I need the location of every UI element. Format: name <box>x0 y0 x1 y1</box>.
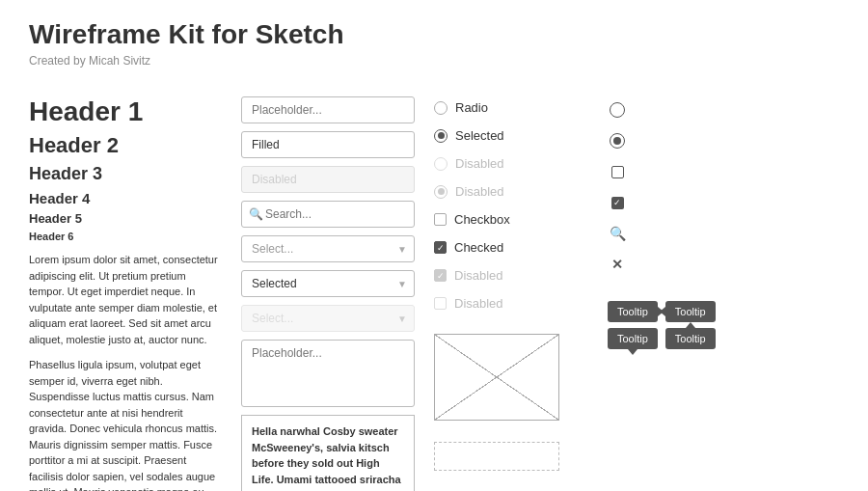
heading-2: Header 2 <box>29 133 222 158</box>
radio-item: Radio <box>434 100 588 115</box>
icon-checkbox-empty <box>608 162 627 181</box>
select-wrapper-placeholder: Select... Option 1 ▼ <box>241 235 415 262</box>
radio-empty-icon <box>610 102 625 118</box>
image-placeholder <box>434 334 559 421</box>
icon-radio-empty <box>608 100 627 120</box>
radio-item-selected: Selected <box>434 128 588 143</box>
heading-6: Header 6 <box>29 231 222 242</box>
icons-column: ✓ 🔍 ✕ Tooltip Tooltip Tooltip Tooltip <box>608 96 685 349</box>
tooltip-button-2[interactable]: Tooltip <box>665 301 716 322</box>
checkbox-checked-icon: ✓ <box>611 197 624 209</box>
tooltip-button-4[interactable]: Tooltip <box>665 328 716 349</box>
radio-circle-disabled-selected <box>434 185 448 199</box>
text-block: Hella narwhal Cosby sweater McSweeney's,… <box>241 415 415 491</box>
checkbox-empty-icon <box>611 166 624 178</box>
radio-item-disabled1: Disabled <box>434 156 588 171</box>
heading-4: Header 4 <box>29 190 222 206</box>
select-wrapper-selected: Selected Option 1 ▼ <box>241 270 415 297</box>
radio-disabled1-label: Disabled <box>455 156 504 171</box>
tooltip-button-1[interactable]: Tooltip <box>608 301 658 322</box>
heading-5: Header 5 <box>29 211 222 226</box>
checkbox-item: Checkbox <box>434 212 588 227</box>
tooltips-section: Tooltip Tooltip Tooltip Tooltip <box>608 301 716 349</box>
page-title: Wireframe Kit for Sketch <box>29 19 839 50</box>
disabled-input <box>241 166 415 193</box>
main-layout: Header 1 Header 2 Header 3 Header 4 Head… <box>29 96 839 491</box>
checkbox-disabled2-label: Disabled <box>454 296 503 311</box>
tooltip-row-1: Tooltip Tooltip <box>608 301 716 322</box>
radio-disabled2-label: Disabled <box>455 184 504 199</box>
checkbox-empty[interactable] <box>434 213 447 226</box>
radio-circle-empty[interactable] <box>434 101 448 115</box>
checkbox-item-checked: Checked <box>434 240 588 255</box>
page-subtitle: Created by Micah Sivitz <box>29 54 839 68</box>
checkbox-disabled-empty <box>434 297 447 310</box>
icon-checkbox-checked: ✓ <box>608 193 627 212</box>
radio-item-disabled2: Disabled <box>434 184 588 199</box>
checkbox-checked-label: Checked <box>454 240 503 255</box>
select-selected[interactable]: Selected Option 1 <box>241 270 415 297</box>
dashed-placeholder <box>434 442 559 471</box>
checkbox-item-disabled2: Disabled <box>434 296 588 311</box>
search-icon: 🔍 <box>249 207 263 221</box>
textarea-input[interactable] <box>241 340 415 407</box>
checkbox-label: Checkbox <box>454 212 510 227</box>
middle-column: 🔍 Select... Option 1 ▼ Selected Option 1… <box>241 96 415 491</box>
icon-radio-filled <box>608 131 627 150</box>
close-icon: ✕ <box>608 255 627 274</box>
search-icon-standalone: 🔍 <box>608 224 627 243</box>
tooltip-row-2: Tooltip Tooltip <box>608 328 716 349</box>
checkbox-checked[interactable] <box>434 241 447 254</box>
page: Wireframe Kit for Sketch Created by Mica… <box>0 0 868 491</box>
radio-filled-icon <box>610 133 625 149</box>
placeholder-input[interactable] <box>241 96 415 123</box>
heading-1: Header 1 <box>29 96 222 127</box>
body-text-1: Lorem ipsum dolor sit amet, consectetur … <box>29 252 222 347</box>
radio-circle-selected[interactable] <box>434 129 448 143</box>
checkbox-disabled1-label: Disabled <box>454 268 503 283</box>
radio-selected-label: Selected <box>455 128 504 143</box>
radio-circle-disabled <box>434 157 448 171</box>
search-wrapper: 🔍 <box>241 201 415 228</box>
tooltip-button-3[interactable]: Tooltip <box>608 328 658 349</box>
search-input[interactable] <box>241 201 415 228</box>
body-text-2: Phasellus ligula ipsum, volutpat eget se… <box>29 357 222 491</box>
checkbox-disabled-checked <box>434 269 447 282</box>
heading-3: Header 3 <box>29 164 222 184</box>
filled-input[interactable] <box>241 131 415 158</box>
select-disabled: Select... <box>241 305 415 332</box>
left-column: Header 1 Header 2 Header 3 Header 4 Head… <box>29 96 222 491</box>
checkbox-item-disabled1: Disabled <box>434 268 588 283</box>
radio-label: Radio <box>455 100 488 115</box>
select-wrapper-disabled: Select... ▼ <box>241 305 415 332</box>
radio-checkbox-column: Radio Selected Disabled Disabled Checkbo… <box>434 96 588 471</box>
select-placeholder[interactable]: Select... Option 1 <box>241 235 415 262</box>
